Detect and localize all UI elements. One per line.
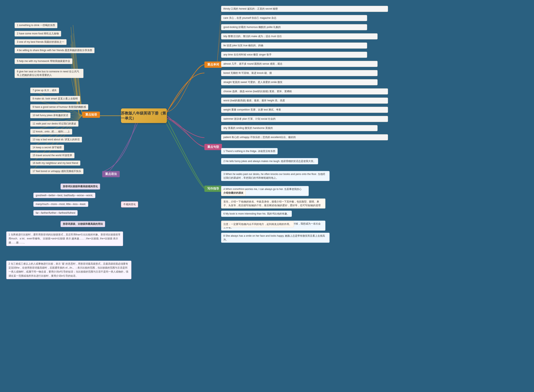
grammar-row-2: far---farther/further---farthest/futhest — [33, 210, 78, 216]
phrase-item-7: 7 grow up 长大，成长 — [30, 88, 59, 93]
vocab-row-4: lie 说谎 joke 玩笑 true 确实的、的确 — [221, 42, 367, 49]
sentence-3: 3 When he walks past our desks, he often… — [221, 171, 330, 181]
grammar-row-0: good/well---better---best, bad/badly---w… — [33, 193, 95, 198]
svg-line-23 — [217, 9, 221, 65]
phrase-item-4: 4 be willing to share things with her fr… — [15, 47, 94, 53]
phrase-item-1: 1 something to drink 一些喝的东西 — [15, 23, 57, 28]
phrase-item-15: 15 travel around the world 环游世界 — [30, 153, 75, 158]
phrase-item-8: 8 make sb. look smart 是某人看上去聪明 — [30, 96, 80, 102]
branch-sentences: 重点句型 — [204, 144, 222, 150]
svg-line-18 — [32, 115, 82, 139]
phrase-item-3: 3 one of my best friends 我最好的朋友之一 — [15, 39, 66, 45]
phrase-item-13: 13 say a bad word about sb. 讲某人的坏话 — [30, 137, 82, 142]
branch-phrases: 重点短语 — [82, 112, 100, 118]
svg-line-12 — [32, 90, 82, 115]
vocab-row-6: almost 几乎、差不多 round 圆形的 sense 感觉，观念 — [221, 61, 378, 67]
vocab-row-0: thirsty 口渴的 honest 诚实的；正直的 secret 秘密 — [221, 6, 388, 12]
vocab-row-9: choose 选择、挑选 worse (bad的比较级) 更差、更坏、更糟糕 — [221, 89, 388, 94]
writing-title: 介绍你最好的朋友 — [221, 190, 246, 196]
sentence-6: 6 My book is more interesting than his. … — [221, 211, 292, 217]
phrase-item-6: 6 give her seat on the bus to someone in… — [15, 69, 84, 78]
vocab-row-2: good-looking 好看的 humorous 幽默的 polite 礼貌的 — [221, 24, 367, 30]
writing-note: 注意：一定要写他/她与众不同的地方，起到画龙点睛的作用。 — [221, 221, 294, 227]
phrase-item-5: 5 help me with my homework 帮助我做家庭作业 — [15, 58, 72, 64]
vocab-row-5: any time 在任何时候 voice 嗓音 singer 歌手 — [221, 52, 367, 58]
phrase-item-9: 9 have a good sense of humour 有很强的幽默感 — [30, 104, 88, 110]
phrase-item-17: 17 feel bored or unhappy 感到无聊或不快乐 — [30, 168, 84, 174]
grammar-irregular-note: 不规则变化 — [121, 201, 138, 207]
vocab-row-12: swimmer 游泳者 plan 打算、计划 social 社会的 — [221, 116, 388, 122]
grammar-section-title: 形容词原级、比较级和最高级的用法 — [61, 221, 105, 227]
svg-line-25 — [217, 28, 221, 65]
phrase-item-12: 12 knock...onto...把......碰到......上 — [30, 129, 72, 135]
phrase-item-2: 2 have some more food 再吃点儿食物 — [15, 31, 61, 37]
phrase-item-16: 16 both my neighbour and my best friend — [30, 161, 80, 166]
sentence-8: 8 She always has a smile on her face and… — [221, 233, 330, 243]
vocab-row-7: bored 无聊的 fit 可容纳、装进 knock 碰、撞 — [221, 70, 378, 76]
grammar-row-1: many/much---more---most, little---less--… — [33, 201, 88, 207]
phrase-item-10: 10 tell funny jokes 讲有趣的笑话 — [30, 113, 70, 118]
sentence-1: 1 There's nothing in the fridge. 冰箱里没有东西 — [221, 148, 278, 154]
phrase-item-11: 11 walk past our desks 经过我们的课桌 — [30, 121, 78, 126]
grammar-title1: 形容词比较级和最高级规则变化 — [61, 183, 100, 190]
vocab-row-1: care 关心，在意 yourself 你自己 magazine 杂志 — [221, 15, 367, 21]
central-label: 苏教版八年级英语下册（第一单元） — [121, 111, 167, 121]
central-node: 苏教版八年级英语下册（第一单元） — [121, 108, 167, 123]
vocab-row-11: weight 重量 competition 竞赛、比赛 test 测试、考查 — [221, 107, 388, 113]
grammar-desc2: 2 当三者或三者以上的人或事物进行比较，表示 '最' 的意思时，用形容词最高级形… — [6, 261, 131, 279]
branch-grammar: 重点语法 — [102, 171, 120, 177]
branch-words: 重点单词 — [204, 61, 222, 68]
svg-line-24 — [217, 18, 221, 65]
branch-writing: 写作指导 — [204, 186, 222, 192]
vocab-row-10: worst (bad的最高级) 最差、最差、最坏 height 高、高度 — [221, 98, 388, 104]
sentence-2: 2 He tells funny jokes and always makes … — [221, 158, 318, 164]
vocab-row-14: patient 有心的 unhappy 不快乐的；悲伤的 excellent出出… — [221, 134, 388, 140]
writing-desc1: 首先，介绍一下他/她的姓名、年龄及身份，接着介绍一下其外貌，包括脸型、眼睛、鼻子… — [221, 199, 325, 209]
vocab-row-3: tidy 整整洁洁的、整洁的 make 成为；适合 trust 信任 — [221, 33, 378, 39]
phrase-item-14: 14 keep a secret 保守秘密 — [30, 145, 64, 150]
grammar-desc1: 1 当两者进行比较时，通常用形容词的比较级形式，其后常用than引出比较的对象。… — [6, 231, 123, 246]
vocab-row-13: shy 害羞的 smiling 微笑的 handsome 英俊的 — [221, 125, 378, 131]
vocab-row-8: straight 笔直的 sweet 可爱的、惹人喜爱的 smile 微笑 — [221, 79, 378, 85]
